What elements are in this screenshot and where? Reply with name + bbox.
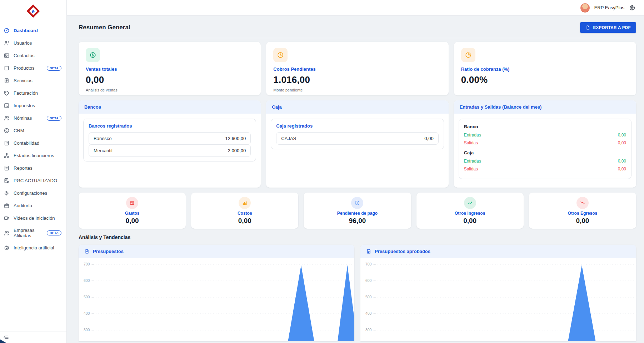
export-pdf-button[interactable]: EXPORTAR A PDF	[580, 22, 636, 33]
sidebar-item-crm[interactable]: CRM	[0, 124, 66, 137]
sidebar: e DashboardUsuariosContactosProductosBET…	[0, 0, 67, 343]
mini-card-3: Otros Ingresos0,00	[416, 193, 524, 229]
sidebar-item-contabilidad[interactable]: Contabilidad	[0, 137, 66, 149]
sidebar-item-usuarios[interactable]: Usuarios	[0, 37, 66, 49]
sidebar-item-label: Reportes	[14, 165, 33, 171]
sidebar-item-dashboard[interactable]: Dashboard	[0, 24, 66, 37]
sidebar-item-label: Estados financieros	[14, 153, 54, 158]
sidebar-item-nominas[interactable]: NóminasBETA	[0, 112, 66, 124]
trend-up-icon	[467, 200, 473, 206]
balance-card: Entradas y Salidas (Balance del mes) Ban…	[454, 100, 636, 188]
caja-card-header: Caja	[266, 100, 448, 114]
svg-text:300: 300	[84, 328, 90, 332]
robot-icon	[4, 245, 10, 251]
export-pdf-label: EXPORTAR A PDF	[593, 25, 631, 30]
tag-icon	[4, 90, 10, 96]
caja-inner-panel: Caja registrados CAJAS0,00	[271, 119, 444, 149]
sidebar-item-facturacion[interactable]: Facturación	[0, 87, 66, 99]
sidebar-item-label: Contactos	[14, 53, 35, 58]
user-name: ERP EasyPlus	[594, 5, 624, 10]
sidebar-item-videos-de-iniciacion[interactable]: Videos de Iniciación	[0, 212, 66, 224]
svg-text:700: 700	[365, 263, 372, 267]
balance-row-value: 0,00	[618, 166, 626, 172]
balance-row-value: 0,00	[618, 159, 626, 164]
globe-icon[interactable]	[629, 5, 635, 11]
svg-text:400: 400	[365, 312, 372, 316]
balance-row-entradas: Entradas0,00	[464, 133, 626, 138]
stat-card-0: Ventas totales0,00Análisis de ventas	[79, 42, 261, 95]
stat-card-title: Ratio de cobranza (%)	[461, 66, 629, 72]
sidebar-item-configuraciones[interactable]: Configuraciones	[0, 187, 66, 199]
sidebar-item-label: Configuraciones	[14, 190, 47, 196]
briefcase-icon	[4, 203, 10, 209]
bancos-card-header: Bancos	[79, 100, 261, 114]
wallet-icon	[129, 200, 135, 206]
balance-row-label: Entradas	[464, 159, 481, 164]
mini-card-title: Pendientes de pago	[337, 211, 378, 216]
gear-icon	[4, 190, 10, 196]
balance-row-salidas: Salidas0,00	[464, 140, 626, 145]
stat-card-value: 0.00%	[461, 74, 629, 85]
sidebar-collapse-button[interactable]	[3, 334, 9, 340]
mini-card-value: 0,00	[463, 217, 476, 225]
user-avatar[interactable]	[580, 3, 590, 13]
caja-card: Caja Caja registrados CAJAS0,00	[266, 100, 448, 188]
panels-row: Bancos Bancos registrados Banesco12.600,…	[79, 100, 636, 188]
bank-row: Banesco12.600,00	[89, 132, 251, 145]
doc-gear-icon	[4, 178, 10, 184]
bancos-inner-panel: Bancos registrados Banesco12.600,00Merca…	[83, 119, 256, 161]
bar-chart-icon	[242, 200, 248, 206]
bancos-rows: Banesco12.600,00Mercantil2.000,00	[89, 132, 251, 157]
hierarchy-icon	[4, 153, 10, 159]
bank-row-name: Banesco	[94, 136, 112, 141]
balance-row-label: Entradas	[464, 133, 481, 138]
beta-badge: BETA	[47, 66, 61, 71]
trend-down-icon-circle	[576, 197, 589, 209]
svg-text:600: 600	[365, 279, 372, 283]
sidebar-menu: DashboardUsuariosContactosProductosBETAS…	[0, 22, 66, 332]
svg-text:400: 400	[84, 312, 90, 316]
stat-card-caption: Monto pendiente	[273, 88, 441, 92]
sidebar-item-servicios[interactable]: Servicios	[0, 74, 66, 87]
balance-row-entradas: Entradas0,00	[464, 159, 626, 164]
bank-row-amount: 12.600,00	[225, 136, 246, 141]
video-icon	[4, 215, 10, 221]
sidebar-item-label: Auditoría	[14, 203, 32, 208]
user-group-icon	[4, 230, 10, 236]
mini-card-title: Gastos	[125, 211, 140, 216]
mini-card-0: Gastos0,00	[79, 193, 186, 229]
sidebar-item-contactos[interactable]: Contactos	[0, 49, 66, 62]
sidebar-item-estados-financieros[interactable]: Estados financieros	[0, 149, 66, 162]
page-content: Resumen General EXPORTAR A PDF Ventas to…	[67, 16, 644, 343]
sidebar-item-auditoria[interactable]: Auditoría	[0, 199, 66, 212]
sidebar-item-productos[interactable]: ProductosBETA	[0, 62, 66, 74]
sidebar-item-label: Usuarios	[14, 40, 32, 46]
sidebar-item-inteligencia-artificial[interactable]: Inteligencia artificial	[0, 242, 66, 254]
bank-row-name: Mercantil	[94, 148, 113, 153]
brand-logo-letter: e	[32, 9, 35, 14]
sidebar-item-label: Empresas Afiliadas	[14, 228, 43, 238]
pie-icon	[465, 51, 472, 59]
brand-logo-diamond: e	[27, 5, 40, 18]
file-check-icon	[366, 249, 371, 254]
trend-down-icon	[580, 200, 585, 206]
mini-card-2: Pendientes de pago96,00	[304, 193, 411, 229]
sidebar-item-label: Contabilidad	[14, 140, 39, 146]
bancos-card: Bancos Bancos registrados Banesco12.600,…	[79, 100, 261, 188]
brand-logo[interactable]: e	[0, 0, 66, 22]
caja-rows: CAJAS0,00	[276, 132, 438, 145]
sidebar-item-impuestos[interactable]: Impuestos	[0, 99, 66, 112]
chart-card-0: Presupuestos700600500400300	[79, 245, 354, 341]
stat-card-value: 1.016,00	[273, 74, 441, 85]
sidebar-item-pgc-actualizado[interactable]: PGC ACTUALIZADO	[0, 174, 66, 187]
mini-card-1: Costos0,00	[191, 193, 298, 229]
sidebar-item-empresas-afiliadas[interactable]: Empresas AfiliadasBETA	[0, 224, 66, 242]
user-add-icon	[4, 40, 10, 46]
sidebar-item-label: Productos	[14, 65, 35, 71]
pdf-file-icon	[585, 25, 590, 30]
bank-row: Mercantil2.000,00	[89, 144, 251, 157]
topbar: ERP EasyPlus	[67, 0, 644, 16]
box-icon	[4, 65, 10, 71]
mini-card-4: Otros Egresos0,00	[529, 193, 636, 229]
sidebar-item-reportes[interactable]: Reportes	[0, 162, 66, 174]
